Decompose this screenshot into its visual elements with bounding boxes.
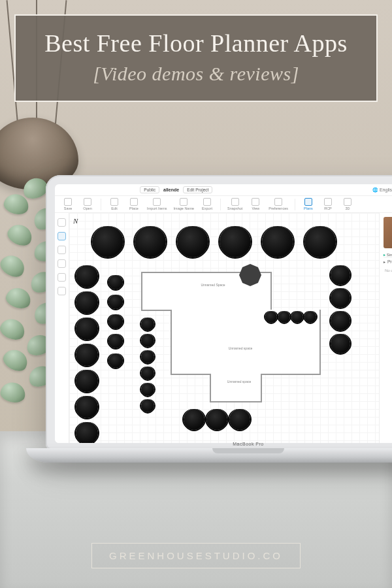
laptop-base bbox=[26, 448, 392, 463]
tree-icon bbox=[76, 291, 98, 314]
no-selection-label: No object selected bbox=[384, 266, 392, 272]
bush-icon bbox=[108, 295, 123, 309]
bush-icon bbox=[108, 275, 123, 289]
tool-save[interactable]: Save bbox=[61, 198, 74, 210]
gazebo-icon bbox=[239, 264, 261, 286]
bush-icon bbox=[141, 334, 154, 347]
bush-icon bbox=[141, 383, 154, 396]
tool-export[interactable]: Export bbox=[201, 198, 214, 210]
tree-icon bbox=[184, 409, 204, 430]
tool-pan-icon[interactable] bbox=[57, 246, 66, 254]
title-banner: Best Free Floor Planner Apps [Video demo… bbox=[14, 14, 378, 102]
tree-icon bbox=[331, 265, 350, 285]
app-toolbar: Save Open Edit Place Import Items Image … bbox=[55, 196, 392, 213]
bush-icon bbox=[108, 353, 123, 368]
room-label: Unnamed Space bbox=[193, 284, 233, 287]
tool-camera-icon[interactable] bbox=[57, 273, 66, 282]
laptop-screen-bezel: Public allende Edit Project 🌐 English ▾ … bbox=[46, 175, 392, 449]
laptop: Public allende Edit Project 🌐 English ▾ … bbox=[46, 175, 392, 463]
tree-icon bbox=[76, 318, 98, 340]
left-toolbar bbox=[55, 213, 69, 443]
bush-icon bbox=[108, 314, 123, 329]
footer-watermark: GREENHOUSESTUDIO.CO bbox=[91, 543, 301, 568]
tool-plans[interactable]: Plans bbox=[302, 198, 315, 210]
tool-open[interactable]: Open bbox=[81, 198, 94, 210]
tool-import-items[interactable]: Import Items bbox=[147, 198, 167, 210]
tree-icon bbox=[76, 265, 98, 287]
laptop-brand-label: MacBook Pro bbox=[46, 442, 392, 446]
tool-view[interactable]: View bbox=[249, 198, 262, 210]
banner-title: Best Free Floor Planner Apps bbox=[27, 30, 365, 57]
single-room-mode-toggle[interactable]: ▸ Single room mode bbox=[384, 252, 392, 257]
bush-icon bbox=[141, 350, 154, 363]
tool-measure-icon[interactable] bbox=[57, 259, 66, 268]
tool-edit[interactable]: Edit bbox=[108, 198, 121, 210]
bush-icon bbox=[141, 318, 154, 331]
room-label: Unnamed space bbox=[220, 380, 259, 384]
tool-place[interactable]: Place bbox=[127, 198, 140, 210]
tree-icon bbox=[304, 226, 336, 257]
tool-3d[interactable]: 3D bbox=[341, 198, 354, 210]
tool-preferences[interactable]: Preferences bbox=[269, 198, 288, 210]
tree-icon bbox=[229, 409, 250, 430]
bush-icon bbox=[108, 334, 123, 348]
tree-icon bbox=[135, 226, 166, 257]
property-section[interactable]: ▸Property bbox=[384, 257, 392, 266]
tree-icon bbox=[331, 334, 350, 353]
bush-icon bbox=[141, 367, 154, 380]
bush-icon bbox=[278, 311, 290, 323]
tool-select-icon[interactable] bbox=[57, 232, 66, 240]
tree-icon bbox=[177, 226, 208, 257]
tree-icon bbox=[76, 396, 98, 418]
tree-icon bbox=[76, 422, 98, 443]
room-label: Unnamed space bbox=[221, 347, 260, 351]
tree-icon bbox=[331, 288, 350, 308]
tree-icon bbox=[220, 226, 251, 257]
app-topbar: Public allende Edit Project 🌐 English ▾ … bbox=[55, 184, 392, 196]
tree-icon bbox=[206, 409, 227, 430]
tool-settings-icon[interactable] bbox=[57, 287, 66, 295]
compass-icon: N bbox=[73, 217, 78, 225]
right-panel: ▸ Single room mode ▸Property No object s… bbox=[379, 213, 392, 443]
public-toggle[interactable]: Public bbox=[140, 186, 159, 193]
language-selector[interactable]: 🌐 English ▾ bbox=[372, 188, 392, 193]
bush-icon bbox=[141, 399, 154, 412]
tree-icon bbox=[331, 311, 350, 331]
tool-snapshot[interactable]: Snapshot bbox=[227, 198, 242, 210]
tree-icon bbox=[76, 370, 98, 392]
tool-rcp[interactable]: RCP bbox=[321, 198, 335, 210]
app-screen: Public allende Edit Project 🌐 English ▾ … bbox=[55, 184, 392, 443]
project-name: allende bbox=[163, 188, 179, 192]
bush-icon bbox=[291, 311, 303, 323]
tree-icon bbox=[92, 226, 123, 257]
app-body: N bbox=[55, 213, 392, 443]
tree-icon bbox=[262, 226, 293, 257]
tool-pointer-icon[interactable] bbox=[57, 218, 66, 227]
tree-icon bbox=[76, 344, 98, 366]
floorplan-canvas[interactable]: N bbox=[69, 213, 379, 443]
edit-project-button[interactable]: Edit Project bbox=[183, 186, 212, 193]
material-swatch[interactable] bbox=[384, 217, 392, 248]
banner-subtitle: [Video demos & reviews] bbox=[27, 63, 365, 85]
tool-image-name[interactable]: Image Name bbox=[174, 198, 195, 210]
bush-icon bbox=[265, 311, 277, 323]
house-outline bbox=[210, 374, 262, 402]
bush-icon bbox=[304, 311, 316, 323]
